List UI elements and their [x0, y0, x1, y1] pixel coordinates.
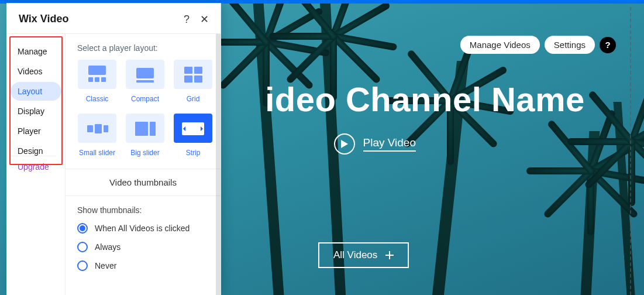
all-videos-label: All Videos	[333, 249, 377, 261]
svg-rect-6	[184, 67, 192, 74]
preview-top-actions: Manage Videos Settings ?	[460, 36, 616, 54]
layout-option-label: Big slider	[130, 149, 159, 157]
upgrade-link[interactable]: Upgrade	[11, 156, 56, 177]
layout-option-label: Classic	[86, 95, 109, 103]
nav-player[interactable]: Player	[11, 122, 61, 140]
svg-rect-0	[88, 66, 106, 75]
layout-option-label: Small slider	[79, 149, 115, 157]
nav-manage[interactable]: Manage	[11, 42, 61, 61]
all-videos-button[interactable]: All Videos	[318, 242, 409, 268]
thumbnails-option-never[interactable]: Never	[66, 258, 221, 277]
help-button[interactable]: ?	[184, 14, 190, 25]
layout-option-label: Strip	[186, 149, 201, 157]
thumbnails-section-title: Video thumbnails	[66, 169, 221, 196]
play-label: Play Video	[363, 136, 416, 152]
svg-rect-10	[87, 125, 93, 132]
radio-label: When All Videos is clicked	[95, 224, 190, 233]
close-button[interactable]: ✕	[200, 14, 209, 25]
radio-label: Always	[95, 242, 120, 252]
nav-display[interactable]: Display	[11, 102, 61, 121]
palm-decor	[275, 0, 392, 80]
help-icon[interactable]: ?	[600, 37, 616, 53]
layout-option-strip[interactable]: Strip	[172, 114, 214, 157]
layout-options-grid: Classic Compact Grid Small slider Big sl…	[66, 60, 221, 169]
layout-option-small-slider[interactable]: Small slider	[76, 114, 118, 157]
play-video-button[interactable]: Play Video	[334, 133, 416, 155]
manage-videos-button[interactable]: Manage Videos	[460, 36, 540, 54]
layout-option-compact[interactable]: Compact	[124, 60, 166, 103]
svg-rect-2	[95, 77, 99, 82]
channel-title: ideo Channel Name	[219, 80, 631, 119]
layout-option-classic[interactable]: Classic	[76, 60, 118, 103]
play-icon	[334, 133, 355, 155]
panel-content: Select a player layout: Classic Compact …	[66, 34, 221, 295]
radio-icon	[77, 242, 88, 252]
thumbnails-prompt: Show thumbnails:	[66, 205, 221, 221]
svg-rect-13	[135, 122, 148, 136]
layout-option-label: Compact	[131, 95, 159, 103]
thumbnails-option-when-clicked[interactable]: When All Videos is clicked	[66, 221, 221, 239]
svg-rect-8	[184, 76, 192, 83]
svg-rect-4	[136, 68, 154, 78]
layout-option-label: Grid	[187, 95, 200, 103]
settings-button[interactable]: Settings	[545, 36, 595, 54]
layout-option-big-slider[interactable]: Big slider	[124, 114, 166, 157]
svg-rect-5	[136, 80, 154, 83]
scrollbar[interactable]	[216, 34, 221, 295]
nav-layout[interactable]: Layout	[11, 82, 61, 101]
editor-guide-line	[630, 7, 631, 295]
svg-rect-1	[88, 77, 93, 82]
thumbnails-option-always[interactable]: Always	[66, 239, 221, 258]
svg-rect-3	[101, 77, 106, 82]
layout-prompt: Select a player layout:	[66, 43, 221, 60]
wix-video-settings-panel: Wix Video ? ✕ Manage Videos Layout Displ…	[7, 4, 221, 295]
panel-side-nav: Manage Videos Layout Display Player Desi…	[7, 34, 66, 295]
svg-rect-7	[194, 67, 202, 74]
radio-icon	[77, 260, 88, 271]
svg-rect-12	[104, 125, 108, 132]
svg-rect-11	[95, 124, 102, 133]
plus-icon	[385, 251, 394, 259]
radio-label: Never	[95, 261, 116, 270]
radio-icon	[77, 223, 88, 234]
panel-title: Wix Video	[19, 13, 69, 25]
svg-rect-14	[150, 122, 156, 136]
nav-videos[interactable]: Videos	[11, 62, 61, 81]
panel-header: Wix Video ? ✕	[7, 4, 221, 34]
svg-rect-9	[194, 76, 202, 83]
layout-option-grid[interactable]: Grid	[172, 60, 214, 103]
